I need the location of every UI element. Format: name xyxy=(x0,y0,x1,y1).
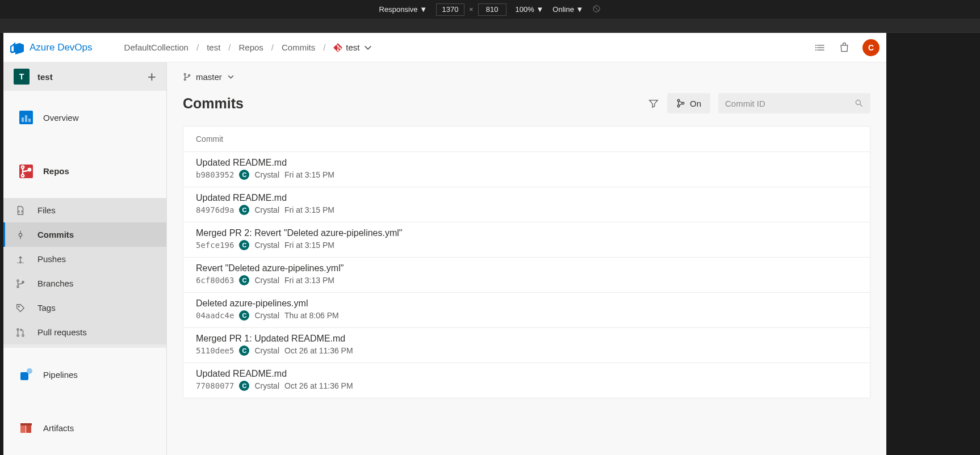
devtools-device-toolbar: Responsive ▼ × 100% ▼ Online ▼ xyxy=(0,0,980,19)
rotate-icon[interactable] xyxy=(592,5,601,15)
responsive-dropdown[interactable]: Responsive ▼ xyxy=(379,5,427,14)
devtools-ruler xyxy=(0,19,980,33)
device-height-input[interactable] xyxy=(478,3,506,16)
zoom-dropdown[interactable]: 100% ▼ xyxy=(516,5,544,14)
throttle-dropdown[interactable]: Online ▼ xyxy=(552,5,583,14)
device-width-input[interactable] xyxy=(436,3,464,16)
dimension-separator: × xyxy=(469,5,474,14)
svg-line-1 xyxy=(594,6,600,11)
